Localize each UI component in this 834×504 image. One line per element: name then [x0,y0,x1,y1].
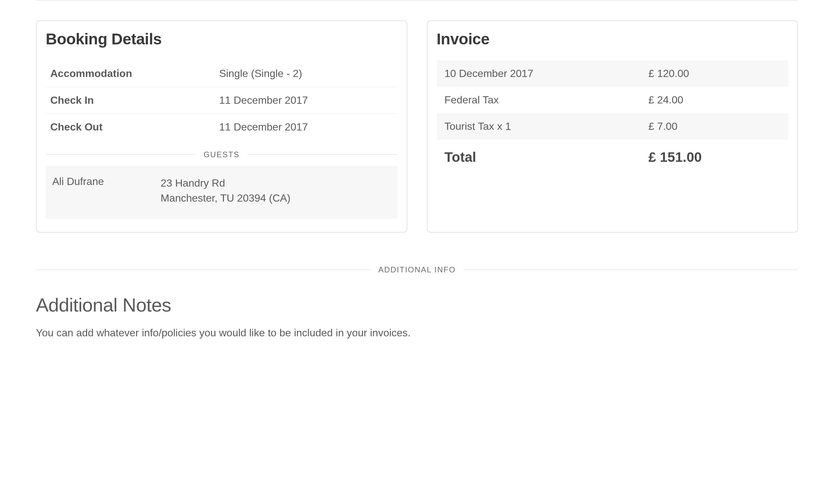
table-row: 10 December 2017 £ 120.00 [437,60,789,87]
invoice-title: Invoice [437,30,789,48]
invoice-desc: 10 December 2017 [437,60,641,87]
detail-label: Check In [46,87,215,114]
table-row: Accommodation Single (Single - 2) [46,60,398,87]
detail-label: Check Out [46,114,215,141]
additional-info-divider: ADDITIONAL INFO [36,265,798,274]
guests-divider: GUESTS [46,150,398,159]
table-row: Tourist Tax x 1 £ 7.00 [437,113,789,140]
table-row: Check Out 11 December 2017 [46,114,398,141]
booking-details-table: Accommodation Single (Single - 2) Check … [46,60,398,140]
additional-info-label: ADDITIONAL INFO [371,265,463,274]
detail-value: 11 December 2017 [215,114,397,141]
invoice-amount: £ 120.00 [640,60,788,87]
guest-address-line2: Manchester, TU 20394 (CA) [160,190,290,206]
detail-value: Single (Single - 2) [215,60,397,87]
guest-address: 23 Handry Rd Manchester, TU 20394 (CA) [160,176,290,206]
detail-value: 11 December 2017 [215,87,397,114]
booking-details-panel: Booking Details Accommodation Single (Si… [36,20,408,233]
invoice-amount: £ 24.00 [640,87,788,113]
table-row: Check In 11 December 2017 [46,87,398,114]
additional-notes-heading: Additional Notes [36,294,798,316]
invoice-amount: £ 7.00 [640,113,788,140]
guest-name: Ali Dufrane [52,176,160,206]
details-invoice-row: Booking Details Accommodation Single (Si… [36,20,798,233]
guest-block: Ali Dufrane 23 Handry Rd Manchester, TU … [46,166,398,219]
invoice-total-amount: £ 151.00 [640,140,788,172]
booking-details-title: Booking Details [46,30,398,48]
guests-label: GUESTS [196,150,247,159]
invoice-panel: Invoice 10 December 2017 £ 120.00 Federa… [427,20,798,233]
invoice-total-label: Total [437,140,641,172]
additional-notes-text: You can add whatever info/policies you w… [36,325,798,340]
guest-address-line1: 23 Handry Rd [160,176,290,190]
detail-label: Accommodation [46,60,215,87]
invoice-total-row: Total £ 151.00 [437,140,789,172]
top-divider [36,0,798,1]
table-row: Federal Tax £ 24.00 [437,87,789,113]
invoice-table: 10 December 2017 £ 120.00 Federal Tax £ … [437,60,789,172]
invoice-desc: Tourist Tax x 1 [437,113,641,140]
invoice-desc: Federal Tax [437,87,641,113]
